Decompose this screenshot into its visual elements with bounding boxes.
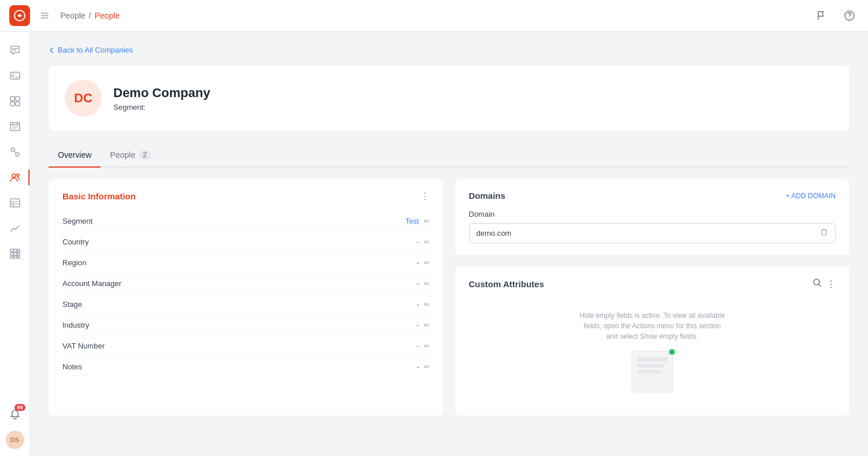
notification-button[interactable]: 89 bbox=[3, 403, 27, 426]
field-vat: VAT Number - ✏ bbox=[62, 336, 430, 357]
svg-point-5 bbox=[849, 18, 850, 19]
svg-rect-10 bbox=[10, 97, 14, 101]
svg-point-20 bbox=[11, 148, 14, 151]
sidebar-bottom: 89 DS bbox=[3, 403, 27, 449]
account-manager-edit-icon[interactable]: ✏ bbox=[424, 280, 430, 288]
sidebar-item-grid[interactable] bbox=[3, 242, 27, 265]
sidebar-item-terminal[interactable] bbox=[3, 64, 27, 87]
custom-attributes-card: Custom Attributes ⋮ Hide bbox=[455, 266, 850, 416]
svg-rect-25 bbox=[10, 199, 20, 207]
vat-edit-icon[interactable]: ✏ bbox=[424, 342, 430, 350]
vat-label: VAT Number bbox=[62, 342, 105, 350]
svg-rect-33 bbox=[14, 253, 17, 255]
breadcrumb-parent[interactable]: People bbox=[60, 11, 86, 20]
people-count-badge: 2 bbox=[139, 150, 151, 160]
svg-rect-34 bbox=[17, 253, 20, 255]
sidebar-item-chat[interactable] bbox=[3, 39, 27, 62]
svg-rect-2 bbox=[41, 15, 42, 16]
sidebar-item-people[interactable] bbox=[3, 166, 27, 189]
field-account-manager: Account Manager - ✏ bbox=[62, 273, 430, 294]
company-card: DC Demo Company Segment: bbox=[49, 66, 849, 131]
stage-value: - ✏ bbox=[416, 300, 429, 309]
country-label: Country bbox=[62, 238, 89, 246]
field-segment: Segment Test ✏ bbox=[62, 211, 430, 232]
company-name: Demo Company bbox=[113, 86, 210, 101]
svg-rect-36 bbox=[14, 256, 17, 258]
svg-rect-13 bbox=[16, 102, 20, 106]
account-manager-value: - ✏ bbox=[416, 279, 429, 288]
domains-title: Domains bbox=[469, 191, 505, 201]
tab-overview[interactable]: Overview bbox=[49, 144, 101, 168]
segment-value: Test ✏ bbox=[405, 217, 430, 225]
breadcrumb-current: People bbox=[94, 11, 120, 20]
svg-rect-37 bbox=[17, 256, 20, 258]
svg-rect-32 bbox=[10, 253, 13, 255]
account-manager-label: Account Manager bbox=[62, 279, 121, 288]
two-column-layout: Basic Information ⋮ Segment Test ✏ Count… bbox=[49, 179, 849, 416]
basic-info-card: Basic Information ⋮ Segment Test ✏ Count… bbox=[49, 179, 444, 416]
stage-label: Stage bbox=[62, 300, 82, 309]
notification-badge: 89 bbox=[14, 404, 25, 411]
svg-rect-31 bbox=[17, 249, 20, 252]
basic-info-header: Basic Information ⋮ bbox=[62, 191, 430, 202]
nav-right bbox=[812, 6, 859, 25]
svg-rect-1 bbox=[41, 12, 42, 13]
custom-attributes-title: Custom Attributes bbox=[469, 279, 544, 289]
basic-info-title: Basic Information bbox=[62, 191, 136, 201]
company-avatar: DC bbox=[65, 80, 102, 117]
content-area: Back to All Companies DC Demo Company Se… bbox=[30, 32, 868, 456]
domain-field-label: Domain bbox=[469, 210, 836, 218]
notes-edit-icon[interactable]: ✏ bbox=[424, 363, 430, 371]
notes-value: - ✏ bbox=[416, 362, 429, 371]
nav-expand-button[interactable] bbox=[37, 8, 53, 24]
sidebar-item-dashboard[interactable] bbox=[3, 90, 27, 113]
main-layout: 89 DS Back to All Companies DC Demo Comp… bbox=[0, 32, 868, 456]
industry-value: - ✏ bbox=[416, 321, 429, 329]
field-region: Region - ✏ bbox=[62, 253, 430, 273]
svg-point-23 bbox=[12, 174, 16, 177]
field-notes: Notes - ✏ bbox=[62, 357, 430, 377]
region-edit-icon[interactable]: ✏ bbox=[424, 259, 430, 267]
region-value: - ✏ bbox=[416, 258, 429, 267]
top-nav: People / People bbox=[0, 0, 868, 32]
empty-state-text: Hide empty fields is active. To view all… bbox=[577, 310, 727, 342]
company-segment: Segment: bbox=[113, 103, 210, 112]
field-country: Country - ✏ bbox=[62, 232, 430, 253]
stage-edit-icon[interactable]: ✏ bbox=[424, 301, 430, 309]
custom-attributes-menu-button[interactable]: ⋮ bbox=[826, 278, 836, 290]
svg-rect-14 bbox=[10, 123, 20, 131]
app-logo[interactable] bbox=[9, 5, 30, 26]
sidebar-item-contacts[interactable] bbox=[3, 115, 27, 138]
svg-rect-3 bbox=[41, 18, 42, 19]
industry-edit-icon[interactable]: ✏ bbox=[424, 321, 430, 329]
basic-info-menu-button[interactable]: ⋮ bbox=[420, 191, 430, 202]
help-button[interactable] bbox=[840, 6, 859, 25]
user-avatar[interactable]: DS bbox=[6, 431, 24, 449]
notes-label: Notes bbox=[62, 362, 82, 371]
sidebar-item-reports[interactable] bbox=[3, 217, 27, 240]
breadcrumb: People / People bbox=[60, 11, 120, 20]
domain-delete-button[interactable] bbox=[820, 228, 828, 238]
sidebar-item-table[interactable] bbox=[3, 191, 27, 214]
back-link[interactable]: Back to All Companies bbox=[49, 46, 849, 54]
segment-edit-icon[interactable]: ✏ bbox=[424, 217, 430, 225]
svg-point-24 bbox=[17, 174, 19, 176]
flag-button[interactable] bbox=[812, 6, 831, 25]
industry-label: Industry bbox=[62, 321, 89, 329]
breadcrumb-separator: / bbox=[89, 11, 91, 20]
company-info: Demo Company Segment: bbox=[113, 86, 210, 112]
segment-label: Segment bbox=[62, 217, 93, 225]
custom-attributes-actions: ⋮ bbox=[812, 278, 836, 290]
tab-people[interactable]: People 2 bbox=[101, 144, 160, 168]
region-label: Region bbox=[62, 258, 86, 267]
svg-rect-35 bbox=[10, 256, 13, 258]
svg-rect-30 bbox=[14, 249, 17, 252]
country-edit-icon[interactable]: ✏ bbox=[424, 238, 430, 246]
domain-input-row: demo.com bbox=[469, 223, 836, 243]
sidebar-item-integrations[interactable] bbox=[3, 140, 27, 164]
domain-value: demo.com bbox=[477, 229, 821, 238]
custom-attributes-empty-state: Hide empty fields is active. To view all… bbox=[469, 299, 836, 404]
domains-card: Domains + ADD DOMAIN Domain demo.com bbox=[455, 179, 850, 255]
custom-attributes-search-button[interactable] bbox=[812, 278, 822, 290]
add-domain-link[interactable]: + ADD DOMAIN bbox=[786, 192, 836, 200]
